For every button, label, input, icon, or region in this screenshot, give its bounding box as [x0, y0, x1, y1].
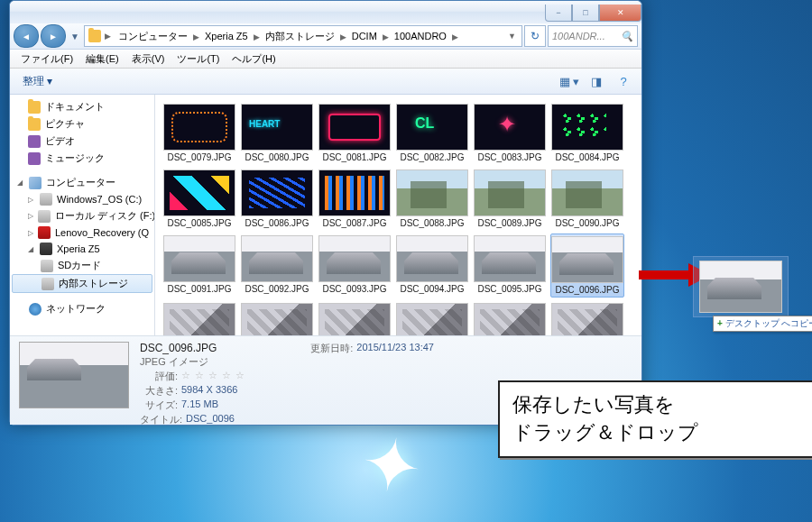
file-thumbnail[interactable]	[550, 301, 624, 335]
close-button[interactable]: ✕	[599, 5, 641, 22]
chevron-right-icon[interactable]: ▶	[103, 32, 113, 41]
breadcrumb-segment[interactable]: 100ANDRO	[391, 31, 450, 41]
file-name-label: DSC_0084.JPG	[555, 152, 619, 162]
dimensions-label: 大きさ:	[140, 384, 178, 398]
thumbnail-image	[318, 235, 391, 282]
chevron-right-icon[interactable]: ▶	[252, 32, 262, 41]
maximize-button[interactable]: □	[572, 5, 599, 22]
file-name-label: DSC_0092.JPG	[245, 284, 309, 294]
menu-item[interactable]: 表示(V)	[126, 50, 171, 68]
sidebar-item-storage[interactable]: SDカード	[10, 257, 154, 274]
file-thumbnail[interactable]: DSC_0080.JPG	[240, 102, 314, 164]
sidebar-item[interactable]: ドキュメント	[10, 98, 154, 115]
back-button[interactable]: ◄	[14, 24, 39, 48]
file-thumbnail[interactable]	[318, 301, 392, 335]
sidebar-item-storage[interactable]: 内部ストレージ	[12, 274, 152, 293]
search-input[interactable]: 100ANDR... 🔍	[548, 25, 638, 47]
sidebar-item-computer[interactable]: ◢ コンピューター	[10, 174, 154, 191]
forward-button[interactable]: ►	[41, 24, 66, 48]
file-thumbnail[interactable]: DSC_0085.JPG	[162, 168, 236, 230]
expand-triangle-icon[interactable]: ▷	[28, 229, 33, 237]
file-thumbnail[interactable]: DSC_0093.JPG	[318, 234, 392, 298]
history-dropdown-button[interactable]: ▼	[68, 25, 82, 47]
file-thumbnail[interactable]: DSC_0082.JPG	[395, 102, 469, 164]
file-thumbnail[interactable]: DSC_0091.JPG	[162, 234, 236, 298]
sidebar-label: Xperia Z5	[57, 243, 100, 254]
breadcrumb-segment[interactable]: 内部ストレージ	[262, 31, 338, 41]
sidebar-label: ミュージック	[45, 151, 105, 165]
computer-icon	[29, 177, 42, 189]
details-filename: DSC_0096.JPG	[140, 342, 245, 354]
filesize-value: 7.15 MB	[181, 398, 218, 412]
file-thumbnail[interactable]: DSC_0079.JPG	[162, 102, 236, 164]
sidebar-item[interactable]: ピクチャ	[10, 115, 154, 133]
sidebar-item-drive[interactable]: ▷ローカル ディスク (F:)	[10, 207, 154, 224]
menu-item[interactable]: ファイル(F)	[15, 50, 78, 68]
file-thumbnail[interactable]	[395, 301, 469, 335]
sidebar-item-drive[interactable]: ▷Windows7_OS (C:)	[10, 191, 154, 207]
file-thumbnail[interactable]: DSC_0083.JPG	[473, 102, 547, 164]
toolbar: 整理 ▾ ▦ ▾ ◨ ?	[10, 69, 641, 95]
titlebar[interactable]: − □ ✕	[10, 1, 641, 23]
menu-item[interactable]: 編集(E)	[80, 50, 125, 68]
preview-pane-button[interactable]: ◨	[584, 70, 609, 92]
updated-label: 更新日時:	[310, 342, 353, 355]
expand-triangle-icon[interactable]: ▷	[28, 212, 33, 220]
navigation-pane[interactable]: ドキュメントピクチャビデオミュージック ◢ コンピューター ▷Windows7_…	[10, 95, 155, 335]
file-name-label: DSC_0087.JPG	[322, 218, 386, 228]
breadcrumb-segment[interactable]: コンピューター	[115, 31, 191, 41]
file-thumbnail[interactable]	[240, 301, 314, 335]
organize-button[interactable]: 整理 ▾	[15, 71, 60, 92]
sidebar-item-drive[interactable]: ◢Xperia Z5	[10, 241, 154, 257]
expand-triangle-icon[interactable]: ▷	[28, 196, 35, 204]
expand-triangle-icon[interactable]: ◢	[28, 245, 35, 253]
sidebar-label: ネットワーク	[46, 302, 106, 316]
view-button[interactable]: ▦ ▾	[557, 70, 582, 92]
chevron-right-icon[interactable]: ▶	[338, 32, 348, 41]
expand-triangle-icon[interactable]: ◢	[17, 179, 24, 187]
thumbnail-image	[241, 303, 313, 335]
file-thumbnail[interactable]: DSC_0088.JPG	[395, 168, 469, 230]
sidebar-label: ドキュメント	[45, 100, 105, 114]
file-name-label: DSC_0086.JPG	[245, 218, 309, 228]
file-thumbnail[interactable]: DSC_0096.JPG	[550, 234, 624, 298]
menu-item[interactable]: ツール(T)	[171, 50, 225, 68]
file-thumbnail[interactable]: DSC_0084.JPG	[550, 102, 624, 164]
file-thumbnail[interactable]: DSC_0094.JPG	[395, 234, 469, 298]
file-thumbnail[interactable]: DSC_0095.JPG	[473, 234, 547, 298]
breadcrumb-segment[interactable]: DCIM	[348, 31, 381, 41]
file-thumbnail[interactable]	[162, 301, 236, 335]
refresh-button[interactable]: ↻	[524, 25, 546, 47]
chevron-right-icon[interactable]: ▶	[381, 32, 391, 41]
file-list-pane[interactable]: DSC_0079.JPGDSC_0080.JPGDSC_0081.JPGDSC_…	[155, 95, 641, 335]
thumbnail-image	[474, 235, 546, 282]
thumbnail-image	[241, 235, 313, 282]
rating-stars[interactable]: ☆ ☆ ☆ ☆ ☆	[181, 370, 245, 383]
callout-line1: 保存したい写真を	[512, 391, 801, 419]
sidebar-label: ビデオ	[45, 134, 75, 148]
file-thumbnail[interactable]: DSC_0081.JPG	[318, 102, 392, 164]
file-name-label: DSC_0089.JPG	[477, 218, 541, 228]
sidebar-item-network[interactable]: ネットワーク	[10, 300, 154, 317]
minimize-button[interactable]: −	[545, 5, 572, 22]
thumbnail-image	[551, 104, 623, 151]
file-name-label: DSC_0096.JPG	[555, 285, 619, 295]
address-dropdown-icon[interactable]: ▼	[506, 32, 518, 41]
sidebar-item[interactable]: ビデオ	[10, 133, 154, 150]
chevron-right-icon[interactable]: ▶	[191, 32, 201, 41]
breadcrumb-bar[interactable]: ▶ コンピューター▶Xperia Z5▶内部ストレージ▶DCIM▶100ANDR…	[84, 25, 522, 47]
library-icon	[28, 135, 41, 148]
breadcrumb-segment[interactable]: Xperia Z5	[201, 31, 252, 41]
sidebar-item-drive[interactable]: ▷Lenovo_Recovery (Q	[10, 224, 154, 241]
menu-item[interactable]: ヘルプ(H)	[226, 50, 281, 68]
chevron-right-icon[interactable]: ▶	[450, 32, 460, 41]
drag-thumbnail	[699, 261, 782, 313]
file-thumbnail[interactable]: DSC_0090.JPG	[550, 168, 624, 230]
file-thumbnail[interactable]: DSC_0089.JPG	[473, 168, 547, 230]
sidebar-item[interactable]: ミュージック	[10, 150, 154, 167]
file-thumbnail[interactable]: DSC_0092.JPG	[240, 234, 314, 298]
file-thumbnail[interactable]: DSC_0087.JPG	[318, 168, 392, 230]
file-thumbnail[interactable]	[473, 301, 547, 335]
help-button[interactable]: ?	[611, 70, 636, 92]
file-thumbnail[interactable]: DSC_0086.JPG	[240, 168, 314, 230]
